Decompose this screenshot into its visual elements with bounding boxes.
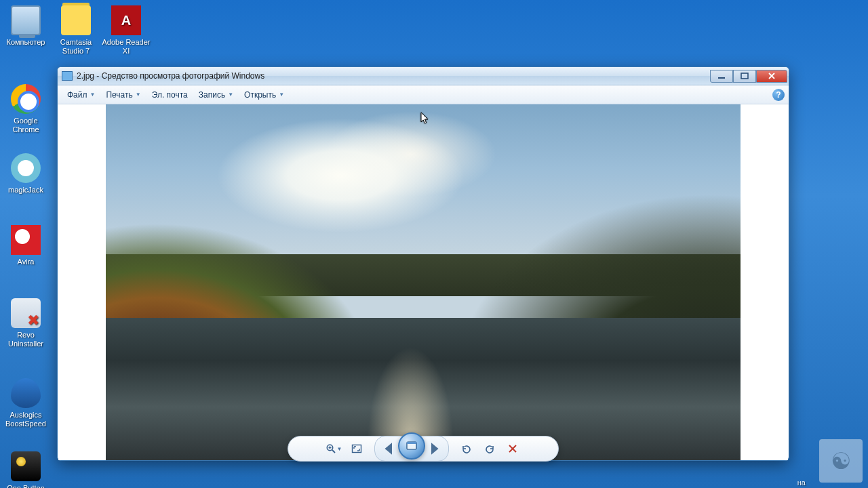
one-button-icon — [11, 451, 41, 481]
next-icon — [427, 439, 446, 458]
viewer-controls: ▼ — [288, 436, 559, 462]
menu-print[interactable]: Печать ▼ — [100, 87, 146, 102]
menu-file-label: Файл — [67, 90, 87, 100]
desktop-icon-label: Компьютер — [7, 38, 45, 47]
svg-rect-0 — [718, 77, 725, 79]
magicjack-icon — [11, 153, 41, 183]
desktop-icon-avira[interactable]: Avira — [1, 225, 50, 266]
delete-icon — [507, 443, 518, 454]
menu-open[interactable]: Открыть ▼ — [239, 87, 290, 102]
slideshow-button[interactable] — [398, 432, 425, 460]
desktop-icon-label: Avira — [18, 258, 35, 266]
revo-uninstaller-icon — [11, 298, 41, 328]
folder-icon — [61, 5, 91, 35]
minimize-button[interactable] — [710, 70, 733, 83]
auslogics-icon — [11, 378, 41, 408]
desktop-icon-label: Camtasia Studio 7 — [52, 38, 100, 56]
menu-email[interactable]: Эл. почта — [146, 87, 193, 102]
desktop-icon-label: Google Chrome — [1, 117, 50, 134]
menu-bar: Файл ▼ Печать ▼ Эл. почта Запись ▼ Откры… — [58, 85, 789, 104]
next-button[interactable] — [427, 441, 446, 457]
previous-button[interactable] — [378, 441, 397, 457]
chevron-down-icon: ▼ — [337, 446, 342, 452]
photo-viewer-window: 2.jpg - Средство просмотра фотографий Wi… — [57, 66, 789, 461]
desktop-icon-label: One Button — [7, 484, 45, 488]
image-viewport — [58, 104, 788, 460]
window-title: 2.jpg - Средство просмотра фотографий Wi… — [77, 71, 710, 81]
navigation-group — [374, 436, 449, 462]
chevron-down-icon: ▼ — [90, 92, 96, 98]
maximize-icon — [741, 73, 749, 79]
menu-burn-label: Запись — [199, 90, 225, 100]
desktop-icon-auslogics[interactable]: Auslogics BoostSpeed — [1, 378, 50, 428]
minimize-icon — [717, 73, 726, 79]
desktop-icon-magicjack[interactable]: magicJack — [1, 153, 50, 195]
rotate-left-button[interactable] — [457, 440, 476, 458]
menu-email-label: Эл. почта — [152, 90, 188, 100]
delete-button[interactable] — [503, 440, 522, 458]
rotate-ccw-icon — [461, 443, 472, 454]
desktop-icon-label: Auslogics BoostSpeed — [1, 411, 50, 428]
rotate-cw-icon — [484, 443, 495, 454]
desktop-icon-revo[interactable]: Revo Uninstaller — [1, 298, 50, 348]
displayed-image — [106, 104, 741, 460]
menu-burn[interactable]: Запись ▼ — [193, 87, 239, 102]
magnifier-icon — [326, 443, 336, 454]
watermark-dragon-icon: ☯ — [819, 439, 863, 483]
desktop-icon-label: Revo Uninstaller — [1, 331, 50, 348]
previous-icon — [378, 439, 397, 458]
slideshow-icon — [406, 440, 418, 452]
desktop-icon-adobe-reader[interactable]: A Adobe Reader XI — [102, 5, 151, 56]
maximize-button[interactable] — [733, 70, 756, 83]
svg-rect-8 — [407, 442, 416, 444]
chevron-down-icon: ▼ — [228, 92, 233, 98]
desktop-icon-label: magicJack — [8, 186, 43, 195]
menu-print-label: Печать — [106, 90, 132, 100]
svg-rect-1 — [741, 73, 748, 79]
chrome-icon — [11, 84, 41, 114]
help-button[interactable]: ? — [772, 89, 785, 101]
menu-file[interactable]: Файл ▼ — [62, 87, 100, 102]
avira-icon — [11, 225, 41, 255]
window-titlebar[interactable]: 2.jpg - Средство просмотра фотографий Wi… — [58, 67, 789, 85]
fit-to-window-button[interactable] — [347, 440, 366, 458]
computer-icon — [11, 5, 41, 35]
fit-icon — [351, 443, 362, 454]
chevron-down-icon: ▼ — [279, 92, 284, 98]
app-icon — [62, 71, 73, 81]
svg-line-3 — [332, 450, 335, 453]
zoom-button[interactable]: ▼ — [324, 440, 343, 458]
desktop-icon-chrome[interactable]: Google Chrome — [1, 84, 50, 134]
desktop-icon-camtasia[interactable]: Camtasia Studio 7 — [52, 5, 100, 56]
desktop-icon-computer[interactable]: Компьютер — [1, 5, 50, 47]
menu-open-label: Открыть — [244, 90, 276, 100]
desktop-icon-label: Adobe Reader XI — [102, 38, 151, 56]
close-button[interactable] — [756, 70, 787, 83]
adobe-reader-icon: A — [111, 5, 141, 35]
taskbar-fragment: на — [797, 479, 806, 487]
close-icon — [768, 73, 776, 79]
help-icon: ? — [776, 90, 781, 100]
desktop-icon-one-button[interactable]: One Button — [1, 451, 50, 488]
rotate-right-button[interactable] — [480, 440, 499, 458]
chevron-down-icon: ▼ — [136, 92, 141, 98]
